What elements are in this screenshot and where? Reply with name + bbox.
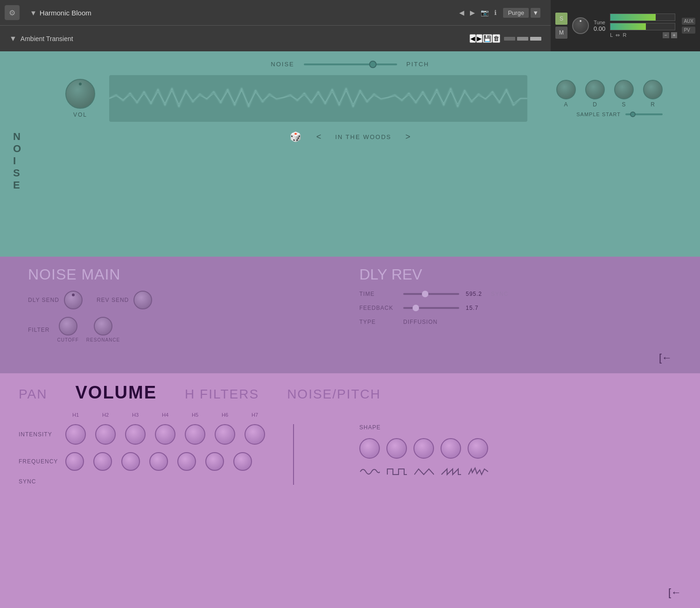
sample-start-thumb: [630, 112, 636, 117]
feedback-label: FEEDBACK: [359, 305, 397, 311]
aux-label: AUX: [682, 18, 695, 25]
gear-icon[interactable]: ⚙: [5, 5, 20, 20]
preset-name: Harmonic Bloom: [40, 9, 457, 17]
sync-label: SYNC: [491, 291, 508, 297]
purge-btn[interactable]: Purge: [503, 8, 529, 18]
decay-knob[interactable]: [585, 80, 605, 99]
prev-sub-btn[interactable]: ◀: [469, 34, 476, 43]
filter-label: FILTER: [28, 327, 49, 333]
frequency-h4-knob[interactable]: [149, 452, 168, 471]
frequency-h2-knob[interactable]: [93, 452, 112, 471]
sustain-knob-wrap: S: [614, 80, 634, 108]
random-wave-icon[interactable]: [468, 466, 488, 477]
intensity-h7-knob[interactable]: [245, 424, 265, 445]
frequency-h3-knob[interactable]: [121, 452, 140, 471]
info-btn[interactable]: ℹ: [491, 8, 499, 17]
square-wave-icon[interactable]: [386, 466, 407, 477]
bottom-section: PAN VOLUME H FILTERS NOISE/PITCH H1 H2 H…: [0, 373, 700, 608]
prev-sample-btn[interactable]: <: [316, 132, 322, 142]
h6-label: H6: [215, 412, 235, 418]
prev-preset-btn[interactable]: ◀: [456, 8, 467, 17]
dly-rev-title: DLY REV: [359, 266, 672, 283]
r-label: R: [623, 32, 626, 38]
l-label: L: [610, 32, 613, 38]
top-bar-right: S M Tune 0.00 L ⇔ R − +: [551, 0, 700, 51]
tab-pan[interactable]: PAN: [19, 387, 48, 402]
vol-knob[interactable]: [65, 79, 95, 109]
camera-btn[interactable]: 📷: [478, 8, 491, 17]
shape-knob-2[interactable]: [386, 438, 407, 459]
sample-start-label: SAMPLE START: [576, 112, 621, 117]
intensity-h2-knob[interactable]: [95, 424, 116, 445]
release-knob[interactable]: [643, 80, 663, 99]
tune-value: 0.00: [594, 25, 605, 32]
next-preset-btn[interactable]: ▶: [467, 8, 478, 17]
rev-send-item: REV SEND: [97, 291, 152, 309]
purge-area: Purge ▼: [503, 8, 540, 18]
triangle-wave-icon[interactable]: [413, 466, 434, 477]
frequency-h6-knob[interactable]: [205, 452, 224, 471]
attack-knob[interactable]: [556, 80, 576, 99]
resonance-wrap: RESONANCE: [86, 317, 120, 342]
type-row: TYPE DIFFUSION: [359, 319, 672, 325]
midi-indicator-3: [530, 37, 541, 41]
vol-knob-dot: [79, 83, 82, 85]
shape-knob-3[interactable]: [413, 438, 434, 459]
bottom-back-btn[interactable]: [←: [668, 587, 681, 599]
cutoff-knob[interactable]: [59, 317, 77, 335]
intensity-label: INTENSITY: [19, 431, 65, 438]
tab-volume[interactable]: VOLUME: [76, 383, 157, 403]
intensity-h3-knob[interactable]: [125, 424, 146, 445]
delete-btn[interactable]: 🗑: [492, 34, 500, 43]
intensity-h5-knob[interactable]: [185, 424, 205, 445]
midi-indicator-2: [517, 37, 528, 41]
random-icon[interactable]: 🎲: [290, 131, 302, 142]
tab-h-filters[interactable]: H FILTERS: [185, 387, 259, 402]
top-bar: ⚙ ▼ Harmonic Bloom ◀ ▶ 📷 ℹ Purge ▼ ▼ Amb…: [0, 0, 700, 51]
intensity-h1-knob[interactable]: [65, 424, 86, 445]
save-btn[interactable]: 💾: [483, 34, 492, 43]
tune-knob[interactable]: [572, 17, 589, 34]
dly-back-btn[interactable]: [←: [659, 352, 672, 364]
dly-send-knob[interactable]: [64, 291, 83, 309]
shape-icons-row: [359, 466, 488, 477]
s-button[interactable]: S: [555, 13, 567, 25]
noise-main-title: NOISE MAIN: [28, 266, 341, 283]
plus-btn[interactable]: +: [671, 32, 678, 38]
intensity-h6-knob[interactable]: [215, 424, 235, 445]
shape-knob-4[interactable]: [441, 438, 461, 459]
next-sub-btn[interactable]: ▶: [476, 34, 483, 43]
purge-down-btn[interactable]: ▼: [531, 8, 540, 18]
h3-label: H3: [125, 412, 146, 418]
attack-label: A: [564, 101, 568, 108]
lr-row: L ⇔ R − +: [610, 32, 677, 38]
feedback-slider[interactable]: [403, 307, 459, 309]
tab-noise-pitch[interactable]: NOISE/PITCH: [287, 387, 381, 402]
sine-wave-icon[interactable]: [359, 466, 380, 477]
cutoff-label: CUTOFF: [57, 337, 78, 342]
noise-pitch-slider[interactable]: [304, 63, 397, 65]
sawtooth-wave-icon[interactable]: [441, 466, 461, 477]
h7-label: H7: [245, 412, 265, 418]
sustain-knob[interactable]: [614, 80, 634, 99]
time-slider[interactable]: [403, 293, 459, 295]
frequency-h7-knob[interactable]: [233, 452, 252, 471]
release-knob-wrap: R: [643, 80, 663, 108]
shape-knob-5[interactable]: [468, 438, 488, 459]
sample-start-slider[interactable]: [625, 113, 663, 115]
shape-knob-1[interactable]: [359, 438, 380, 459]
h5-label: H5: [185, 412, 205, 418]
svg-rect-0: [109, 75, 527, 122]
section-divider: [293, 424, 294, 485]
intensity-h4-knob[interactable]: [155, 424, 175, 445]
cutoff-wrap: CUTOFF: [57, 317, 78, 342]
rev-send-knob[interactable]: [133, 291, 152, 309]
minus-btn[interactable]: −: [663, 32, 669, 38]
m-button[interactable]: M: [555, 27, 567, 39]
resonance-knob[interactable]: [94, 317, 112, 335]
frequency-h5-knob[interactable]: [177, 452, 196, 471]
time-label: TIME: [359, 291, 397, 297]
sample-start-row: SAMPLE START: [576, 112, 663, 117]
next-sample-btn[interactable]: >: [406, 132, 411, 142]
frequency-h1-knob[interactable]: [65, 452, 84, 471]
